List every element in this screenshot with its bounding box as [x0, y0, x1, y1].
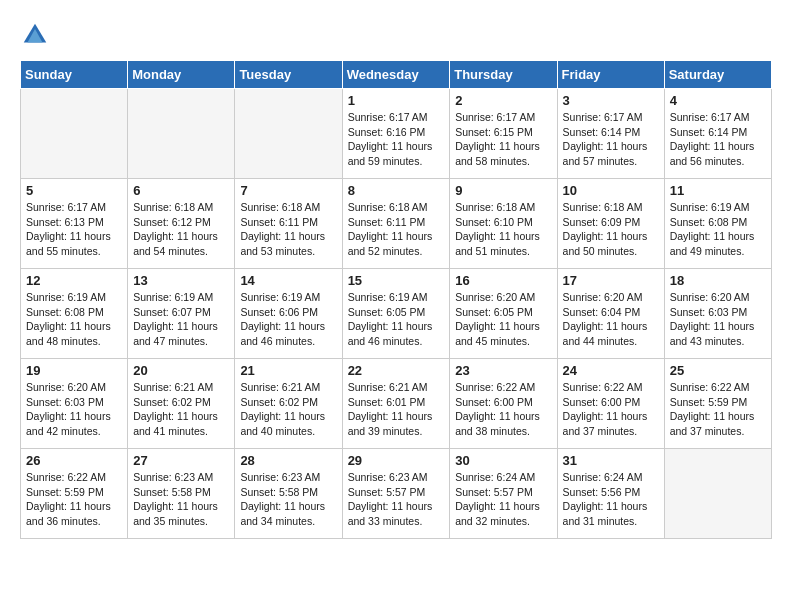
calendar-cell [21, 89, 128, 179]
day-number: 3 [563, 93, 659, 108]
day-header-wednesday: Wednesday [342, 61, 450, 89]
calendar-cell: 5Sunrise: 6:17 AMSunset: 6:13 PMDaylight… [21, 179, 128, 269]
calendar-cell [128, 89, 235, 179]
week-row-1: 1Sunrise: 6:17 AMSunset: 6:16 PMDaylight… [21, 89, 772, 179]
week-row-3: 12Sunrise: 6:19 AMSunset: 6:08 PMDayligh… [21, 269, 772, 359]
calendar-cell: 22Sunrise: 6:21 AMSunset: 6:01 PMDayligh… [342, 359, 450, 449]
day-header-friday: Friday [557, 61, 664, 89]
calendar-cell: 12Sunrise: 6:19 AMSunset: 6:08 PMDayligh… [21, 269, 128, 359]
day-number: 28 [240, 453, 336, 468]
calendar-cell: 18Sunrise: 6:20 AMSunset: 6:03 PMDayligh… [664, 269, 771, 359]
day-number: 20 [133, 363, 229, 378]
calendar-cell: 10Sunrise: 6:18 AMSunset: 6:09 PMDayligh… [557, 179, 664, 269]
day-header-tuesday: Tuesday [235, 61, 342, 89]
day-number: 31 [563, 453, 659, 468]
calendar-cell: 27Sunrise: 6:23 AMSunset: 5:58 PMDayligh… [128, 449, 235, 539]
day-number: 23 [455, 363, 551, 378]
cell-daylight-info: Sunrise: 6:19 AMSunset: 6:08 PMDaylight:… [670, 200, 766, 259]
cell-daylight-info: Sunrise: 6:24 AMSunset: 5:56 PMDaylight:… [563, 470, 659, 529]
day-number: 16 [455, 273, 551, 288]
week-row-5: 26Sunrise: 6:22 AMSunset: 5:59 PMDayligh… [21, 449, 772, 539]
cell-daylight-info: Sunrise: 6:21 AMSunset: 6:02 PMDaylight:… [240, 380, 336, 439]
calendar-cell: 1Sunrise: 6:17 AMSunset: 6:16 PMDaylight… [342, 89, 450, 179]
cell-daylight-info: Sunrise: 6:17 AMSunset: 6:14 PMDaylight:… [563, 110, 659, 169]
calendar-cell: 19Sunrise: 6:20 AMSunset: 6:03 PMDayligh… [21, 359, 128, 449]
calendar-cell: 14Sunrise: 6:19 AMSunset: 6:06 PMDayligh… [235, 269, 342, 359]
day-number: 9 [455, 183, 551, 198]
calendar-cell: 17Sunrise: 6:20 AMSunset: 6:04 PMDayligh… [557, 269, 664, 359]
cell-daylight-info: Sunrise: 6:22 AMSunset: 5:59 PMDaylight:… [670, 380, 766, 439]
day-number: 26 [26, 453, 122, 468]
cell-daylight-info: Sunrise: 6:18 AMSunset: 6:11 PMDaylight:… [348, 200, 445, 259]
cell-daylight-info: Sunrise: 6:19 AMSunset: 6:07 PMDaylight:… [133, 290, 229, 349]
day-header-monday: Monday [128, 61, 235, 89]
day-number: 1 [348, 93, 445, 108]
calendar-header-row: SundayMondayTuesdayWednesdayThursdayFrid… [21, 61, 772, 89]
day-number: 11 [670, 183, 766, 198]
page-header [20, 20, 772, 50]
day-number: 10 [563, 183, 659, 198]
day-number: 12 [26, 273, 122, 288]
cell-daylight-info: Sunrise: 6:17 AMSunset: 6:14 PMDaylight:… [670, 110, 766, 169]
day-number: 7 [240, 183, 336, 198]
cell-daylight-info: Sunrise: 6:21 AMSunset: 6:02 PMDaylight:… [133, 380, 229, 439]
cell-daylight-info: Sunrise: 6:20 AMSunset: 6:03 PMDaylight:… [26, 380, 122, 439]
calendar-cell: 6Sunrise: 6:18 AMSunset: 6:12 PMDaylight… [128, 179, 235, 269]
day-number: 2 [455, 93, 551, 108]
day-number: 17 [563, 273, 659, 288]
calendar-cell: 7Sunrise: 6:18 AMSunset: 6:11 PMDaylight… [235, 179, 342, 269]
week-row-4: 19Sunrise: 6:20 AMSunset: 6:03 PMDayligh… [21, 359, 772, 449]
day-number: 29 [348, 453, 445, 468]
day-number: 19 [26, 363, 122, 378]
day-number: 13 [133, 273, 229, 288]
cell-daylight-info: Sunrise: 6:19 AMSunset: 6:06 PMDaylight:… [240, 290, 336, 349]
cell-daylight-info: Sunrise: 6:20 AMSunset: 6:05 PMDaylight:… [455, 290, 551, 349]
calendar-cell: 4Sunrise: 6:17 AMSunset: 6:14 PMDaylight… [664, 89, 771, 179]
calendar-cell: 16Sunrise: 6:20 AMSunset: 6:05 PMDayligh… [450, 269, 557, 359]
cell-daylight-info: Sunrise: 6:18 AMSunset: 6:12 PMDaylight:… [133, 200, 229, 259]
day-number: 15 [348, 273, 445, 288]
calendar-cell: 30Sunrise: 6:24 AMSunset: 5:57 PMDayligh… [450, 449, 557, 539]
calendar-cell: 26Sunrise: 6:22 AMSunset: 5:59 PMDayligh… [21, 449, 128, 539]
week-row-2: 5Sunrise: 6:17 AMSunset: 6:13 PMDaylight… [21, 179, 772, 269]
day-number: 30 [455, 453, 551, 468]
day-number: 24 [563, 363, 659, 378]
calendar-cell: 2Sunrise: 6:17 AMSunset: 6:15 PMDaylight… [450, 89, 557, 179]
day-number: 18 [670, 273, 766, 288]
cell-daylight-info: Sunrise: 6:22 AMSunset: 5:59 PMDaylight:… [26, 470, 122, 529]
day-number: 25 [670, 363, 766, 378]
cell-daylight-info: Sunrise: 6:24 AMSunset: 5:57 PMDaylight:… [455, 470, 551, 529]
day-number: 5 [26, 183, 122, 198]
day-number: 27 [133, 453, 229, 468]
day-number: 22 [348, 363, 445, 378]
cell-daylight-info: Sunrise: 6:17 AMSunset: 6:16 PMDaylight:… [348, 110, 445, 169]
calendar-cell: 8Sunrise: 6:18 AMSunset: 6:11 PMDaylight… [342, 179, 450, 269]
calendar-cell: 31Sunrise: 6:24 AMSunset: 5:56 PMDayligh… [557, 449, 664, 539]
calendar-cell: 28Sunrise: 6:23 AMSunset: 5:58 PMDayligh… [235, 449, 342, 539]
calendar-cell: 21Sunrise: 6:21 AMSunset: 6:02 PMDayligh… [235, 359, 342, 449]
day-header-thursday: Thursday [450, 61, 557, 89]
calendar-cell: 3Sunrise: 6:17 AMSunset: 6:14 PMDaylight… [557, 89, 664, 179]
logo-icon [20, 20, 50, 50]
calendar-cell: 25Sunrise: 6:22 AMSunset: 5:59 PMDayligh… [664, 359, 771, 449]
cell-daylight-info: Sunrise: 6:22 AMSunset: 6:00 PMDaylight:… [563, 380, 659, 439]
day-header-sunday: Sunday [21, 61, 128, 89]
cell-daylight-info: Sunrise: 6:19 AMSunset: 6:08 PMDaylight:… [26, 290, 122, 349]
cell-daylight-info: Sunrise: 6:23 AMSunset: 5:57 PMDaylight:… [348, 470, 445, 529]
calendar-cell: 11Sunrise: 6:19 AMSunset: 6:08 PMDayligh… [664, 179, 771, 269]
day-number: 21 [240, 363, 336, 378]
calendar-cell: 9Sunrise: 6:18 AMSunset: 6:10 PMDaylight… [450, 179, 557, 269]
day-number: 6 [133, 183, 229, 198]
cell-daylight-info: Sunrise: 6:17 AMSunset: 6:15 PMDaylight:… [455, 110, 551, 169]
day-number: 4 [670, 93, 766, 108]
cell-daylight-info: Sunrise: 6:20 AMSunset: 6:04 PMDaylight:… [563, 290, 659, 349]
cell-daylight-info: Sunrise: 6:21 AMSunset: 6:01 PMDaylight:… [348, 380, 445, 439]
calendar-cell: 24Sunrise: 6:22 AMSunset: 6:00 PMDayligh… [557, 359, 664, 449]
cell-daylight-info: Sunrise: 6:18 AMSunset: 6:09 PMDaylight:… [563, 200, 659, 259]
cell-daylight-info: Sunrise: 6:20 AMSunset: 6:03 PMDaylight:… [670, 290, 766, 349]
calendar-cell [235, 89, 342, 179]
day-header-saturday: Saturday [664, 61, 771, 89]
day-number: 8 [348, 183, 445, 198]
cell-daylight-info: Sunrise: 6:18 AMSunset: 6:11 PMDaylight:… [240, 200, 336, 259]
calendar-table: SundayMondayTuesdayWednesdayThursdayFrid… [20, 60, 772, 539]
